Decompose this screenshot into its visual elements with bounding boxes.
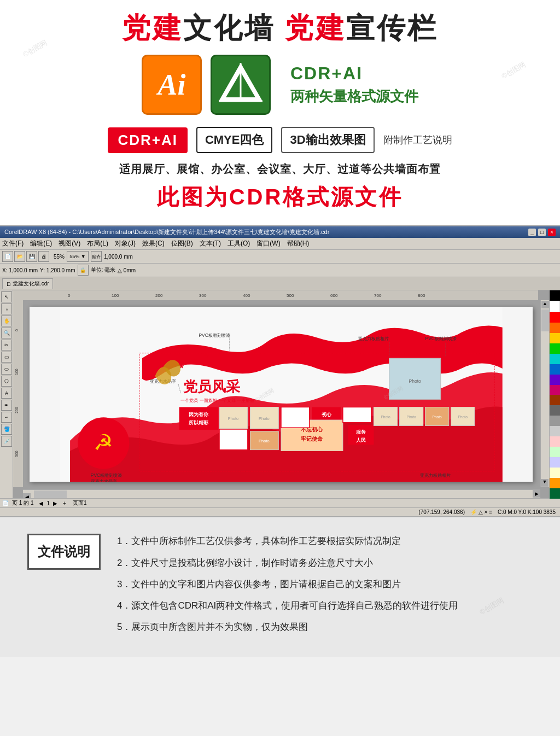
- menu-tools[interactable]: 工具(O): [228, 239, 250, 248]
- cdr-statusbar: (707.159, 264.036) ⚡ △ × ≡ C:0 M:0 Y:0 K…: [0, 507, 560, 516]
- palette-lightgray[interactable]: [550, 416, 560, 426]
- menu-text[interactable]: 文本(T): [200, 239, 221, 248]
- page-nav-prev[interactable]: ◀: [39, 500, 43, 506]
- maximize-btn[interactable]: □: [538, 229, 546, 236]
- svg-text:Photo: Photo: [433, 416, 442, 419]
- scrollbar-horizontal[interactable]: ◀ ▶: [23, 489, 540, 498]
- toolbar-open[interactable]: 📂: [14, 251, 25, 262]
- status-right: (707.159, 264.036) ⚡ △ × ≡ C:0 M:0 Y:0 K…: [418, 509, 556, 515]
- cdr-titlebar: CorelDRAW X8 (64-84) - C:\Users\Administ…: [0, 226, 560, 238]
- close-btn[interactable]: ×: [548, 229, 556, 236]
- tool-zoom[interactable]: 🔍: [1, 328, 12, 338]
- page-label: 页面1: [73, 499, 87, 507]
- lock-ratio[interactable]: 🔒: [78, 265, 89, 276]
- menu-help[interactable]: 帮助(H): [287, 239, 310, 248]
- snap-btn[interactable]: 贴齐: [91, 251, 102, 262]
- menu-edit[interactable]: 编辑(E): [30, 239, 52, 248]
- tool-eyedrop[interactable]: 💉: [1, 436, 12, 447]
- cdr-toolbar-2: X: 1,000.0 mm Y: 1,200.0 mm 🔒 单位: 毫米 △ 0…: [0, 264, 560, 277]
- title-red-1: 党建: [122, 12, 183, 44]
- svg-rect-14: [13, 300, 23, 487]
- tool-fill[interactable]: 🪣: [1, 424, 12, 435]
- cdr-toolbar: 📄 📂 💾 🖨 55% 55% ▼ 贴齐 1,000.0 mm: [0, 250, 560, 264]
- svg-text:200: 200: [15, 407, 19, 414]
- palette-lightpink[interactable]: [550, 436, 560, 447]
- note-item-3: 3．文件中的文字和图片内容仅供参考，图片请根据自己的文案和图片: [117, 577, 533, 592]
- tool-select[interactable]: ↖: [1, 291, 12, 302]
- minimize-btn[interactable]: _: [528, 229, 536, 236]
- tool-pen[interactable]: ✒: [1, 400, 12, 411]
- palette-pink[interactable]: [550, 385, 560, 395]
- toolbar-print[interactable]: 🖨: [38, 251, 49, 262]
- svg-rect-57: [281, 407, 310, 428]
- tool-text[interactable]: A: [1, 388, 12, 399]
- tool-node[interactable]: ⬦: [1, 303, 12, 314]
- svg-text:500: 500: [287, 293, 294, 298]
- palette-black[interactable]: [550, 290, 560, 301]
- scrollbar-vertical[interactable]: ▲ ▼: [540, 300, 549, 487]
- note-item-2: 2．文件尺寸是投稿比例缩小设计，制作时请务必注意尺寸大小: [117, 556, 533, 570]
- menu-effects[interactable]: 效果(C): [142, 239, 165, 248]
- tool-crop[interactable]: ✂: [1, 340, 12, 351]
- file-tab[interactable]: 🗋 党建文化墙.cdr: [2, 278, 53, 289]
- svg-text:亚克力板贴相片: 亚克力板贴相片: [420, 472, 451, 478]
- palette-darkorange[interactable]: [550, 478, 560, 488]
- menu-view[interactable]: 视图(V): [59, 239, 80, 248]
- toolbar-save[interactable]: 💾: [26, 251, 37, 262]
- page-nav-next[interactable]: ▶: [53, 500, 57, 506]
- svg-text:所以精彩: 所以精彩: [188, 419, 209, 425]
- tool-rect[interactable]: ▭: [1, 352, 12, 363]
- scroll-down[interactable]: ▼: [541, 479, 549, 487]
- cdr-logo-svg: [216, 60, 265, 109]
- cdr-menubar: 文件(F) 编辑(E) 视图(V) 布局(L) 对象(J) 效果(C) 位图(B…: [0, 238, 560, 250]
- cdr-bottom-toolbar: 📄 页 1 的 1 ◀ 1 ▶ + 页面1: [0, 498, 560, 507]
- palette-red[interactable]: [550, 312, 560, 323]
- ai-logo: Ai: [142, 55, 202, 115]
- tool-pan[interactable]: ✋: [1, 316, 12, 326]
- file-note-label: 文件说明: [27, 534, 101, 570]
- palette-silver[interactable]: [550, 426, 560, 436]
- toolbar-new[interactable]: 📄: [2, 251, 13, 262]
- logo-row: Ai CDR+AI 两种矢量格式源文件: [22, 55, 538, 115]
- svg-text:PVC板雕刻喷漆: PVC板雕刻喷漆: [199, 332, 230, 338]
- cdr-palette: [549, 290, 560, 498]
- palette-yellow[interactable]: [550, 333, 560, 343]
- svg-text:因为有你: 因为有你: [189, 411, 209, 417]
- palette-orange[interactable]: [550, 323, 560, 333]
- palette-blue[interactable]: [550, 364, 560, 375]
- menu-object[interactable]: 对象(J): [115, 239, 136, 248]
- palette-lightgreen[interactable]: [550, 447, 560, 457]
- design-svg: ☭ ★ ★ ★ ★ 党员风采 一个党员 一面旗帜 一个支部 一座堡垒: [30, 307, 533, 482]
- ruler-value: 1,000.0 mm: [104, 254, 133, 260]
- tool-bezier[interactable]: ∽: [1, 412, 12, 423]
- palette-lightblue[interactable]: [550, 457, 560, 468]
- palette-purple[interactable]: [550, 375, 560, 385]
- subtitle-line: 适用展厅、展馆、办公室、会议室、大厅、过道等公共墙面布置: [22, 162, 538, 177]
- svg-text:★: ★: [204, 353, 209, 360]
- palette-green[interactable]: [550, 343, 560, 354]
- menu-bitmap[interactable]: 位图(B): [171, 239, 193, 248]
- scroll-up[interactable]: ▲: [541, 301, 549, 308]
- svg-text:党员风采: 党员风采: [183, 379, 241, 395]
- menu-layout[interactable]: 布局(L): [87, 239, 108, 248]
- menu-window[interactable]: 窗口(W): [256, 239, 280, 248]
- palette-gray[interactable]: [550, 405, 560, 416]
- palette-brown[interactable]: [550, 395, 560, 405]
- page-add[interactable]: +: [63, 500, 66, 506]
- menu-file[interactable]: 文件(F): [2, 239, 24, 248]
- status-color-info: C:0 M:0 Y:0 K:100 3835: [498, 509, 556, 515]
- page-num-current: 1: [46, 500, 50, 506]
- scroll-right[interactable]: ▶: [533, 490, 540, 498]
- tool-ellipse[interactable]: ⬭: [1, 364, 12, 375]
- scroll-hthumb[interactable]: [34, 490, 67, 498]
- palette-cyan[interactable]: [550, 354, 560, 364]
- zoom-dropdown[interactable]: 55% ▼: [67, 251, 89, 262]
- palette-lightyellow[interactable]: [550, 468, 560, 478]
- palette-white[interactable]: [550, 301, 560, 312]
- palette-darkgreen[interactable]: [550, 488, 560, 499]
- scroll-left[interactable]: ◀: [23, 493, 31, 498]
- badge-row: CDR+AI CMYE四色 3D输出效果图 附制作工艺说明: [22, 127, 538, 153]
- scroll-thumb[interactable]: [541, 309, 549, 331]
- tool-poly[interactable]: ⬡: [1, 376, 12, 387]
- cdr-canvas-wrap: 0 100 200 300 400 500 600 700 800 0 100: [13, 290, 549, 498]
